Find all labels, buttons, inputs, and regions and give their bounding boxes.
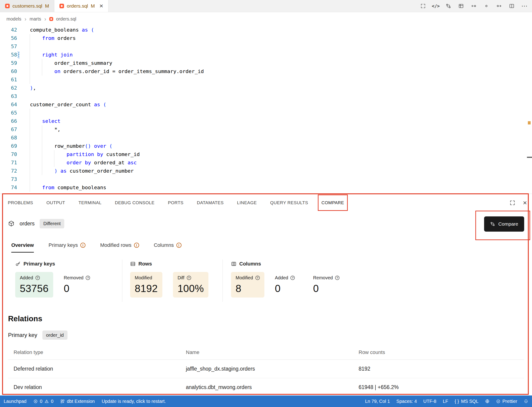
line-number[interactable]: 56 (0, 34, 25, 42)
maximize-panel-icon[interactable] (509, 200, 515, 206)
stat-value: 8192 (135, 283, 158, 294)
panel-tab-debug-console[interactable]: DEBUG CONSOLE (115, 194, 154, 211)
breadcrumb: models›marts›orders.sql (0, 12, 532, 26)
panel-tab-output[interactable]: OUTPUT (46, 194, 65, 211)
compare-button[interactable]: Compare (484, 216, 524, 232)
prev-change-icon[interactable] (471, 3, 477, 9)
help-icon[interactable]: ? (290, 276, 295, 280)
split-editor-icon[interactable] (509, 3, 515, 9)
code-line[interactable]: right join (30, 51, 526, 59)
line-number[interactable]: 70 (0, 150, 25, 158)
notifications-button[interactable] (524, 399, 528, 404)
change-dot-icon[interactable] (483, 3, 489, 9)
relations-header-row: Relation typeNameRow counts (8, 346, 524, 360)
breadcrumb-item[interactable]: orders.sql (56, 16, 76, 22)
cursor-position[interactable]: Ln 79, Col 1 (365, 399, 390, 404)
line-number[interactable]: 73 (0, 175, 25, 183)
code-line[interactable] (30, 76, 526, 84)
code-line[interactable]: from orders (30, 34, 526, 42)
line-number[interactable]: 63 (0, 92, 25, 101)
launchpad-button[interactable]: Launchpad (4, 399, 26, 404)
line-number[interactable]: 66 (0, 117, 25, 125)
line-number[interactable]: 69 (0, 142, 25, 150)
breadcrumb-item[interactable]: marts (30, 16, 41, 22)
code-line[interactable] (30, 109, 526, 117)
eol-setting[interactable]: LF (443, 399, 448, 404)
compile-code-icon[interactable]: </> (433, 3, 439, 9)
remote-status[interactable] (485, 399, 490, 404)
panel-tab-query-results[interactable]: QUERY RESULTS (270, 194, 308, 211)
editor-tab-customers-sql[interactable]: customers.sqlM (0, 0, 54, 12)
code-line[interactable] (30, 192, 526, 194)
update-message[interactable]: Update is ready, click to restart. (102, 399, 166, 404)
line-number[interactable]: 71 (0, 158, 25, 167)
git-compare-icon[interactable] (445, 3, 451, 9)
line-number[interactable]: 60 (0, 67, 25, 76)
panel-tab-terminal[interactable]: TERMINAL (78, 194, 102, 211)
subtab-overview[interactable]: Overview (11, 242, 34, 253)
help-icon[interactable]: ? (36, 276, 40, 280)
panel-tab-problems[interactable]: PROBLEMS (8, 194, 33, 211)
code-line[interactable]: row_number() over ( (30, 142, 526, 150)
code-line[interactable]: customer_order_count as ( (30, 101, 526, 109)
indentation-setting[interactable]: Spaces: 4 (396, 399, 417, 404)
code-line[interactable]: from compute_booleans (30, 183, 526, 192)
line-number[interactable]: 67 (0, 125, 25, 134)
help-icon[interactable]: ? (255, 276, 260, 280)
line-number[interactable]: 74 (0, 183, 25, 192)
subtab-modified-rows[interactable]: Modified rows! (100, 242, 139, 253)
columns-icon (231, 261, 236, 267)
code-line[interactable]: compute_booleans as ( (30, 26, 526, 34)
line-number[interactable]: 75 (0, 192, 25, 194)
code-line[interactable]: on orders.order_id = order_items_summary… (30, 67, 526, 76)
help-icon[interactable]: ? (335, 276, 340, 280)
line-number[interactable]: 65 (0, 109, 25, 117)
more-actions-icon[interactable]: ⋯ (521, 3, 527, 9)
line-number[interactable]: 62 (0, 84, 25, 92)
problems-status[interactable]: 0 0 (33, 399, 53, 404)
help-icon[interactable]: ? (86, 276, 90, 280)
line-number[interactable]: 64 (0, 101, 25, 109)
stat-primary-keys-added: Added?53756 (15, 272, 53, 297)
code-line[interactable]: order_items_summary (30, 59, 526, 67)
code-line[interactable]: select (30, 117, 526, 125)
code-line[interactable] (30, 175, 526, 183)
code-editor[interactable]: 4256575859606162636465666768697071727374… (0, 26, 532, 194)
line-number[interactable]: 72 (0, 167, 25, 175)
code-line[interactable] (30, 134, 526, 142)
subtab-primary-keys[interactable]: Primary keys! (49, 242, 85, 253)
editor-tab-orders-sql[interactable]: orders.sqlM× (54, 0, 108, 12)
line-number[interactable]: 68 (0, 134, 25, 142)
line-number[interactable]: 58 (0, 51, 25, 59)
close-tab-icon[interactable]: × (99, 3, 103, 9)
code-line[interactable]: ) as customer_order_number (30, 167, 526, 175)
panel-tab-ports[interactable]: PORTS (168, 194, 183, 211)
breadcrumb-item[interactable]: models (7, 16, 21, 22)
panel-tab-lineage[interactable]: LINEAGE (237, 194, 257, 211)
line-number[interactable]: 59 (0, 59, 25, 67)
line-number[interactable]: 57 (0, 42, 25, 51)
close-panel-icon[interactable]: × (523, 199, 527, 206)
code-line[interactable]: order by ordered_at asc (30, 158, 526, 167)
extension-icon (60, 399, 65, 404)
next-change-icon[interactable] (496, 3, 502, 9)
code-line[interactable] (30, 92, 526, 101)
panel-tab-compare[interactable]: COMPARE (321, 194, 344, 211)
language-mode[interactable]: { } MS SQL (455, 399, 479, 404)
code-line[interactable]: partition by customer_id (30, 150, 526, 158)
panel-tab-datamates[interactable]: DATAMATES (197, 194, 224, 211)
code-line[interactable] (30, 42, 526, 51)
run-query-icon[interactable] (420, 3, 426, 9)
line-number[interactable]: 61 (0, 76, 25, 84)
code-line[interactable]: *, (30, 125, 526, 134)
results-table-icon[interactable] (458, 3, 464, 9)
formatter-status[interactable]: Prettier (496, 399, 517, 404)
code-line[interactable]: ), (30, 84, 526, 92)
subtab-columns[interactable]: Columns! (154, 242, 182, 253)
dbt-extension-status[interactable]: dbt Extension (60, 399, 95, 404)
stat-columns-added: Added?0 (275, 272, 303, 297)
panel-subtabs: OverviewPrimary keys!Modified rows!Colum… (0, 239, 532, 253)
encoding-setting[interactable]: UTF-8 (423, 399, 436, 404)
line-number[interactable]: 42 (0, 26, 25, 34)
help-icon[interactable]: ? (187, 276, 191, 280)
